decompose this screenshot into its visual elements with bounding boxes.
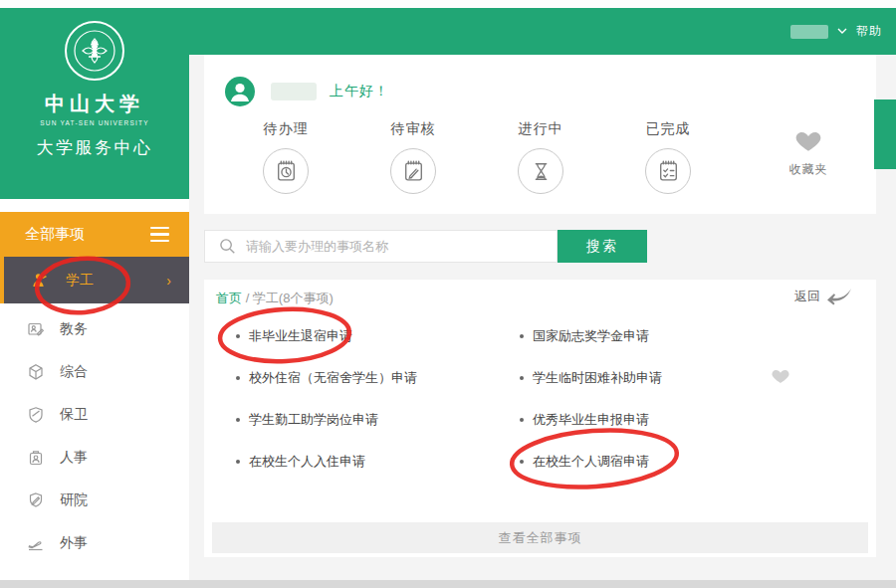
sidebar-item-renshi[interactable]: 人事 — [0, 436, 189, 479]
greeting-row: 上午好！ — [225, 77, 389, 106]
services-column-right: 国家励志奖学金申请 学生临时困难补助申请 优秀毕业生申报申请 在校生个人调宿申请 — [520, 315, 662, 483]
window-top-strip — [0, 0, 896, 8]
service-link[interactable]: 学生勤工助学岗位申请 — [236, 399, 417, 441]
search-button[interactable]: 搜索 — [558, 230, 647, 263]
favorites-button[interactable]: 收藏夹 — [778, 129, 839, 178]
redacted-username[interactable] — [790, 25, 828, 39]
bullet — [520, 460, 524, 464]
status-item-completed[interactable]: 已完成 — [604, 120, 732, 194]
sidebar-item-label: 人事 — [60, 449, 88, 467]
back-button[interactable]: 返回 — [794, 288, 852, 305]
id-badge-icon — [27, 449, 45, 467]
help-link[interactable]: 帮助 — [856, 23, 882, 40]
sidebar-item-label: 学工 — [66, 272, 94, 290]
university-service-portal: 帮助 中山大学 SUN YAT-SEN UNIVERSITY 大学服务中心 全部… — [0, 0, 896, 588]
bullet — [520, 376, 524, 380]
breadcrumb-path: / 学工(8个事项) — [246, 291, 334, 305]
bullet — [236, 376, 240, 380]
notepad-pen-icon — [390, 148, 436, 194]
sidebar-item-label: 综合 — [60, 363, 88, 381]
greeting-message: 上午好！ — [330, 83, 389, 100]
sidebar-item-label: 教务 — [60, 320, 88, 338]
sidebar-item-jiaowu[interactable]: 教务 — [0, 307, 189, 350]
avatar — [225, 77, 255, 106]
service-link[interactable]: 非毕业生退宿申请 — [236, 315, 417, 357]
bullet — [236, 460, 240, 464]
window-bottom-strip — [0, 580, 896, 588]
bullet — [520, 418, 524, 422]
breadcrumb: 首页 / 学工(8个事项) — [216, 290, 334, 307]
service-link[interactable]: 国家励志奖学金申请 — [520, 315, 662, 357]
bullet — [236, 418, 240, 422]
service-link[interactable]: 在校生个人调宿申请 — [520, 441, 662, 483]
favorites-label: 收藏夹 — [778, 161, 839, 178]
redacted-display-name — [271, 83, 317, 100]
plane-icon — [27, 534, 45, 552]
university-name-zh: 中山大学 — [0, 91, 189, 117]
services-panel: 首页 / 学工(8个事项) 返回 非毕业生退宿申请 校外住宿（无宿舍学生）申请 … — [204, 280, 876, 557]
bullet — [236, 334, 240, 338]
hamburger-menu-icon[interactable] — [150, 227, 169, 243]
sidebar-item-label: 保卫 — [60, 406, 88, 424]
shield-icon — [27, 406, 45, 424]
status-row: 待办理 待审核 — [222, 120, 732, 194]
service-link[interactable]: 学生临时困难补助申请 — [520, 357, 662, 399]
back-label: 返回 — [794, 288, 820, 305]
breadcrumb-home[interactable]: 首页 — [216, 291, 242, 305]
services-column-left: 非毕业生退宿申请 校外住宿（无宿舍学生）申请 学生勤工助学岗位申请 在校生个人入… — [236, 315, 417, 483]
brand-panel: 中山大学 SUN YAT-SEN UNIVERSITY 大学服务中心 — [0, 8, 189, 199]
status-item-in-progress[interactable]: 进行中 — [477, 120, 604, 194]
sidebar-item-baowei[interactable]: 保卫 — [0, 393, 189, 436]
sun-yat-sen-university-seal-icon — [63, 19, 126, 83]
sidebar-item-label: 外事 — [60, 534, 88, 552]
status-item-review[interactable]: 待审核 — [349, 120, 477, 194]
back-arrow-icon — [825, 288, 852, 305]
all-items-label: 全部事项 — [25, 225, 85, 244]
search-input[interactable] — [246, 239, 557, 254]
status-label: 进行中 — [477, 120, 604, 138]
checklist-icon — [645, 148, 691, 194]
status-label: 待审核 — [349, 120, 477, 138]
cube-icon — [27, 363, 45, 381]
dashboard-card: 上午好！ 待办理 待审核 — [204, 55, 876, 214]
service-link[interactable]: 在校生个人入住申请 — [236, 441, 417, 483]
chevron-down-icon — [837, 28, 847, 35]
chevron-right-icon: › — [166, 273, 171, 289]
heart-icon — [795, 129, 821, 152]
university-name-en: SUN YAT-SEN UNIVERSITY — [0, 119, 189, 126]
sidebar-item-label: 研院 — [60, 491, 88, 509]
sidebar-all-items-header[interactable]: 全部事项 — [0, 212, 189, 257]
sidebar-item-xuegong[interactable]: 学工 › — [0, 257, 189, 303]
sidebar-menu: 教务 综合 保卫 人事 — [0, 307, 189, 564]
sidebar-item-zonghe[interactable]: 综合 — [0, 350, 189, 393]
calendar-clock-icon — [263, 148, 309, 194]
service-link[interactable]: 校外住宿（无宿舍学生）申请 — [236, 357, 417, 399]
bullet — [520, 334, 524, 338]
hourglass-icon — [518, 148, 563, 194]
academic-icon — [27, 320, 45, 338]
service-link[interactable]: 优秀毕业生申报申请 — [520, 399, 662, 441]
favorite-heart-icon[interactable] — [772, 368, 789, 384]
status-label: 已完成 — [604, 120, 732, 138]
side-feedback-tab[interactable] — [874, 99, 896, 169]
portal-title: 大学服务中心 — [0, 136, 189, 159]
sidebar-item-yanyuan[interactable]: 研院 — [0, 479, 189, 521]
search-icon — [219, 238, 236, 255]
search-box — [204, 230, 558, 263]
status-item-pending[interactable]: 待办理 — [222, 120, 349, 194]
status-label: 待办理 — [222, 120, 349, 138]
topbar-user-area: 帮助 — [790, 8, 882, 55]
sidebar-item-waishi[interactable]: 外事 — [0, 521, 189, 564]
student-icon — [30, 272, 50, 290]
view-all-items-button[interactable]: 查看全部事项 — [212, 522, 868, 553]
badge-pen-icon — [27, 491, 45, 509]
